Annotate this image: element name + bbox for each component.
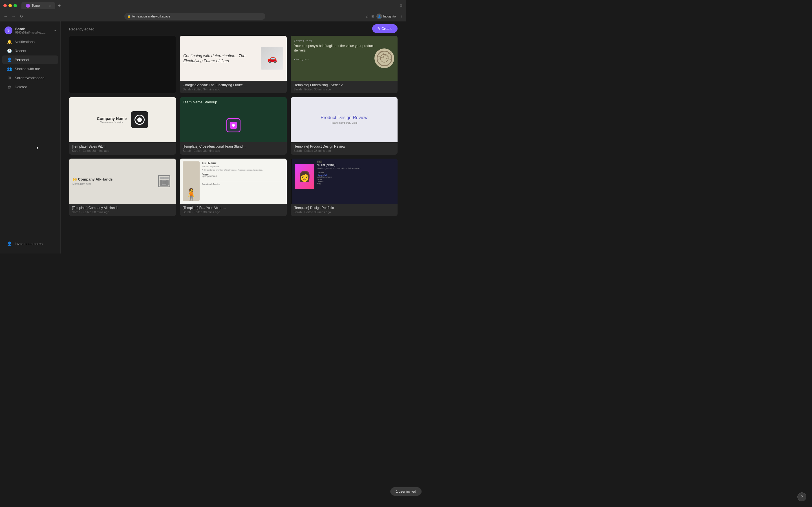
nav-label-shared: Shared with me	[15, 67, 40, 71]
restore-down-icon: ⊟	[400, 4, 403, 8]
card-thumb-new-tome	[69, 36, 176, 93]
card-portfolio[interactable]: 👩 Fo... ··· Hi, I'm [Name] Introduce you…	[291, 159, 398, 216]
card-thumb-product: Product Design Review [Team members] / Z…	[291, 97, 398, 142]
card-allhands[interactable]: 🙌 Company All-Hands Month Day, Year	[69, 159, 176, 216]
sales-logo-ring	[135, 115, 145, 125]
app-layout: S Sarah 8263e52a@moodjoy.c... ▾ 🔔 Notifi…	[0, 21, 406, 253]
portfolio-header-row: Fo... ···	[317, 161, 395, 163]
tab-favicon	[26, 4, 30, 8]
fund-circle	[374, 48, 394, 68]
sidebar-item-workspace[interactable]: ⊞ SarahsWorkspace	[2, 73, 58, 82]
card-info: [Template] Design Portfolio Sarah · Edit…	[291, 204, 398, 216]
extensions-button[interactable]: ⊞	[371, 14, 374, 18]
user-section[interactable]: S Sarah 8263e52a@moodjoy.c... ▾	[0, 25, 60, 37]
add-person-icon: 👤	[7, 241, 12, 246]
card-info: [Template] Fr... Your About ... Sarah · …	[180, 204, 287, 216]
nav-label-recent: Recent	[15, 49, 26, 53]
sidebar-item-personal[interactable]: 👤 Personal	[2, 55, 58, 64]
sidebar: S Sarah 8263e52a@moodjoy.c... ▾ 🔔 Notifi…	[0, 21, 61, 253]
account-label: Incognito	[383, 15, 396, 18]
nav-label-deleted: Deleted	[15, 85, 28, 89]
freelancer-role: Area of Expertise	[202, 165, 284, 168]
minimize-window-button[interactable]	[8, 4, 12, 7]
new-tab-button[interactable]: +	[56, 3, 62, 9]
address-bar[interactable]: 🔒 tome.app/sarahsworkspace	[124, 13, 265, 20]
card-thumb-charging: Continuing with determination.: The Elec…	[180, 36, 287, 81]
freelancer-contact-label: Contact	[202, 173, 284, 175]
allhands-title: 🙌 Company All-Hands	[72, 177, 152, 181]
close-window-button[interactable]	[3, 4, 7, 7]
card-fundraising[interactable]: [Company Name] Your company's brief tagl…	[291, 36, 398, 93]
freelancer-edu-section: Education & Training	[202, 182, 284, 185]
card-charging[interactable]: Continuing with determination.: The Elec…	[180, 36, 287, 93]
sales-company-name: Company Name	[97, 116, 127, 121]
tab-title: Tome	[32, 4, 40, 8]
main-content: ✎ Create Recently edited New Tome Sarah …	[61, 21, 406, 253]
card-thumb-standup: Team Name Standup	[180, 97, 287, 142]
allhands-icon	[156, 173, 172, 189]
forward-button[interactable]: →	[11, 14, 16, 18]
address-bar-row: ← → ↻ 🔒 tome.app/sarahsworkspace ☆ ⊞ 👤 I…	[0, 11, 406, 21]
lock-icon: 🔒	[127, 15, 131, 18]
card-sales[interactable]: Company Name Your company's tagline [Tem…	[69, 97, 176, 155]
fund-title: Your company's brief tagline + the value…	[294, 44, 374, 53]
account-area[interactable]: 👤 Incognito	[376, 13, 396, 19]
sidebar-item-recent[interactable]: 🕐 Recent	[2, 47, 58, 55]
nav-label-personal: Personal	[15, 58, 29, 62]
sidebar-item-notifications[interactable]: 🔔 Notifications	[2, 38, 58, 46]
invite-teammates-button[interactable]: 👤 Invite teammates	[2, 239, 58, 248]
active-tab[interactable]: Tome ×	[21, 2, 55, 9]
allhands-date: Month Day, Year	[72, 182, 152, 185]
sidebar-item-deleted[interactable]: 🗑 Deleted	[2, 82, 58, 91]
card-meta-standup: Sarah · Edited 38 mins ago	[183, 149, 284, 152]
card-thumb-fundraising: [Company Name] Your company's brief tagl…	[291, 36, 398, 81]
car-icon: 🚗	[261, 47, 283, 69]
card-standup[interactable]: Team Name Standup [Template] Cross-funct…	[180, 97, 287, 155]
card-info: [Template] Sales Pitch Sarah · Edited 38…	[69, 142, 176, 155]
card-meta-sales: Sarah · Edited 38 mins ago	[72, 149, 173, 152]
fund-circle-inner	[377, 51, 392, 66]
sales-logo	[131, 111, 148, 128]
card-title-standup: [Template] Cross-functional Team Stand..…	[183, 145, 284, 149]
card-title-freelancer: [Template] Fr... Your About ...	[183, 206, 284, 210]
fund-company: [Company Name]	[294, 39, 374, 42]
back-button[interactable]: ←	[3, 14, 8, 18]
card-thumb-allhands: 🙌 Company All-Hands Month Day, Year	[69, 159, 176, 204]
user-email: 8263e52a@moodjoy.c...	[15, 31, 52, 34]
card-new-tome[interactable]: New Tome Sarah · Edited 4 mins ago	[69, 36, 176, 93]
trash-icon: 🗑	[7, 84, 12, 89]
card-meta-freelancer: Sarah · Edited 38 mins ago	[183, 210, 284, 214]
maximize-window-button[interactable]	[13, 4, 17, 7]
standup-logo-outer	[226, 118, 241, 132]
bookmark-button[interactable]: ☆	[365, 14, 369, 18]
reload-button[interactable]: ↻	[18, 14, 24, 18]
close-tab-button[interactable]: ×	[49, 4, 51, 7]
card-info: [Template] Fundraising - Series A Sarah …	[291, 81, 398, 93]
freelancer-name: Full Name	[202, 161, 284, 165]
portfolio-text: Fo... ··· Hi, I'm [Name] Introduce yours…	[317, 161, 395, 184]
charging-image: 🚗	[261, 47, 283, 69]
portfolio-contact-section: Contact • link.me/url hello@email.com Tw…	[317, 172, 395, 184]
traffic-lights	[3, 4, 17, 7]
card-thumb-freelancer: 🧍 Full Name Area of Expertise A 2-3 sent…	[180, 159, 287, 204]
portfolio-tag: Fo...	[317, 161, 322, 163]
card-title-sales: [Template] Sales Pitch	[72, 145, 173, 149]
card-freelancer[interactable]: 🧍 Full Name Area of Expertise A 2-3 sent…	[180, 159, 287, 216]
product-text-area: Product Design Review [Team members] / Z…	[320, 115, 367, 124]
section-title: Recently edited	[69, 27, 398, 31]
charging-text: Continuing with determination.: The Elec…	[183, 53, 259, 63]
freelancer-description: A 2-3 sentence overview of the freelance…	[202, 169, 284, 171]
nav-label-workspace: SarahsWorkspace	[15, 76, 45, 80]
card-info: [Template] Cross-functional Team Stand..…	[180, 142, 287, 155]
tab-bar: Tome × +	[21, 2, 62, 9]
cards-grid: New Tome Sarah · Edited 4 mins ago Conti…	[69, 36, 398, 216]
sidebar-item-shared[interactable]: 👥 Shared with me	[2, 64, 58, 73]
create-button[interactable]: ✎ Create	[372, 24, 398, 33]
user-info: Sarah 8263e52a@moodjoy.c...	[15, 27, 52, 34]
user-chevron-icon: ▾	[54, 29, 56, 32]
card-product[interactable]: Product Design Review [Team members] / Z…	[291, 97, 398, 155]
browser-menu-button[interactable]: ⋮	[399, 14, 403, 18]
nav-label-notifications: Notifications	[15, 40, 35, 44]
card-info: [Template] Company All-Hands Sarah · Edi…	[69, 204, 176, 216]
user-name: Sarah	[15, 27, 52, 31]
